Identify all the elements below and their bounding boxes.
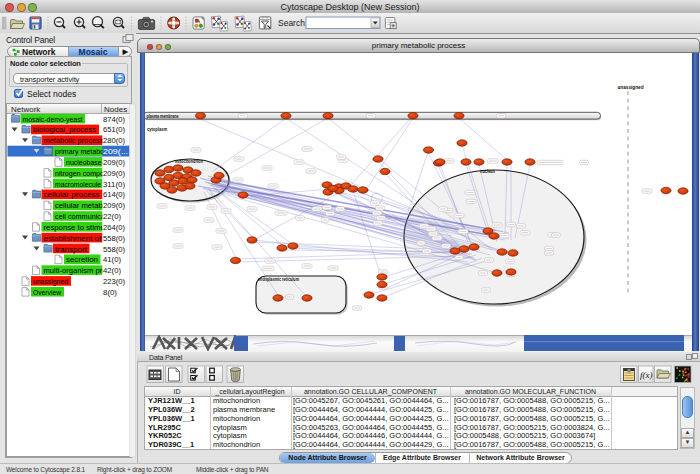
svg-text:mitochondrion: mitochondrion	[175, 158, 203, 164]
svg-text:311(0): 311(0)	[103, 180, 125, 189]
svg-text:558(0): 558(0)	[103, 234, 125, 243]
svg-text:22(0): 22(0)	[103, 212, 121, 221]
svg-text:biological_process: biological_process	[33, 125, 96, 134]
svg-text:Overview: Overview	[33, 288, 61, 297]
svg-text:endoplasmic reticulum: endoplasmic reticulum	[258, 276, 299, 282]
svg-text:209(0): 209(0)	[103, 201, 125, 210]
svg-text:cellular process: cellular process	[44, 190, 100, 199]
svg-text:8(0): 8(0)	[103, 288, 117, 297]
svg-text:metabolic process: metabolic process	[44, 136, 104, 145]
svg-text:41(0): 41(0)	[103, 255, 121, 264]
svg-text:unassigned: unassigned	[33, 277, 68, 286]
svg-text:nucleus: nucleus	[480, 168, 495, 174]
svg-text:Search:: Search:	[278, 18, 307, 28]
svg-text:209(0): 209(0)	[103, 158, 125, 167]
svg-text:primary metabo: primary metabo	[55, 147, 104, 156]
svg-text:nitrogen compo: nitrogen compo	[55, 169, 104, 178]
svg-text:f(x): f(x)	[640, 370, 653, 380]
svg-text:209(...: 209(...	[103, 147, 128, 156]
svg-text:cell communicat: cell communicat	[55, 212, 108, 221]
svg-text:209(0): 209(0)	[103, 169, 125, 178]
svg-text:plasma membrane: plasma membrane	[147, 113, 179, 119]
svg-text:cytoplasm: cytoplasm	[147, 126, 167, 132]
svg-text:mosaic-demo-yeast: mosaic-demo-yeast	[23, 115, 84, 124]
svg-text:unassigned: unassigned	[618, 84, 644, 90]
svg-text:macromolecule: macromolecule	[55, 180, 101, 189]
svg-text:223(0): 223(0)	[103, 277, 125, 286]
svg-text:558(0): 558(0)	[103, 245, 125, 254]
svg-text:264(0): 264(0)	[103, 223, 125, 232]
svg-text:transport: transport	[55, 245, 88, 254]
svg-text:cellular metabo: cellular metabo	[55, 201, 108, 210]
svg-text:874(0): 874(0)	[103, 115, 125, 124]
svg-text:651(0): 651(0)	[103, 125, 125, 134]
svg-text:42(0): 42(0)	[103, 266, 121, 275]
svg-text:multi-organism pro: multi-organism pro	[44, 266, 108, 275]
svg-text:614(0): 614(0)	[103, 190, 125, 199]
svg-text:nucleobase-: nucleobase-	[66, 158, 104, 167]
svg-text:establishment of lo: establishment of lo	[44, 234, 111, 243]
svg-text:response to stimul: response to stimul	[44, 223, 107, 232]
svg-text:280(0): 280(0)	[103, 136, 125, 145]
svg-text:secretion: secretion	[66, 255, 98, 264]
